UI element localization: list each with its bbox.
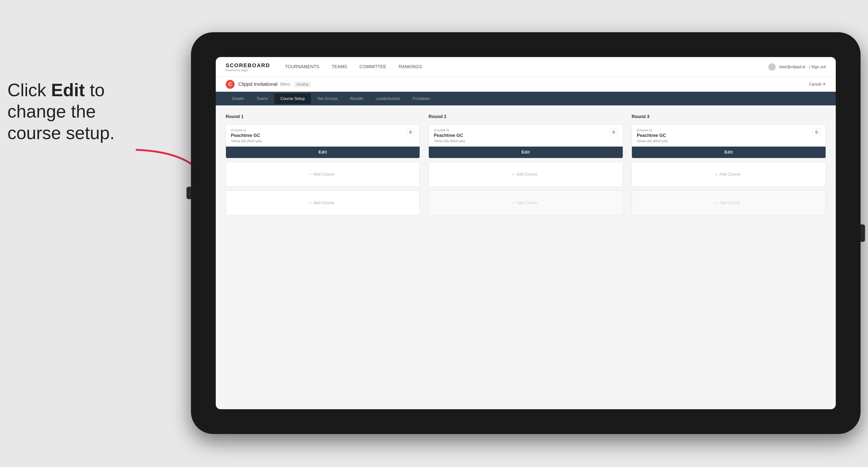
tournament-gender: (Men) xyxy=(280,82,290,87)
round-3-title: Round 3 xyxy=(632,114,826,119)
nav-links: TOURNAMENTS TEAMS COMMITTEE RANKINGS xyxy=(285,63,768,71)
sign-out-link[interactable]: | Sign out xyxy=(809,65,826,69)
trash-icon-2: 🗑 xyxy=(612,130,616,134)
round-3-delete-button[interactable]: 🗑 xyxy=(813,128,820,136)
course-card-header-3: (Course A) Peachtree GC Yellow (M) (6629… xyxy=(632,125,826,147)
trash-icon: 🗑 xyxy=(409,130,413,134)
plus-icon-3: + xyxy=(512,172,514,177)
round-3-add-course-1[interactable]: + Add Course xyxy=(632,162,826,187)
main-content: Round 1 (Course A) Peachtree GC Yellow (… xyxy=(216,105,836,409)
plus-icon-6: + xyxy=(715,200,717,205)
round-1-delete-button[interactable]: 🗑 xyxy=(407,128,415,136)
instruction-text: Click Edit tochange thecourse setup. xyxy=(7,80,115,144)
tab-teams[interactable]: Teams xyxy=(250,93,274,104)
tablet-screen: SCOREBOARD Powered by clippd TOURNAMENTS… xyxy=(216,57,836,409)
tournament-name: Clippd Invitational xyxy=(238,81,278,87)
nav-teams[interactable]: TEAMS xyxy=(332,63,347,71)
round-1-add-course-1[interactable]: + Add Course xyxy=(226,162,420,187)
round-2-delete-button[interactable]: 🗑 xyxy=(610,128,618,136)
course-details-2: Yellow (M) (6629 yds) xyxy=(434,139,465,143)
instruction-bold: Edit xyxy=(51,80,85,100)
course-info: (Course A) Peachtree GC Yellow (M) (6629… xyxy=(231,128,262,143)
course-label-2: (Course A) xyxy=(434,128,465,132)
round-1-course-card: (Course A) Peachtree GC Yellow (M) (6629… xyxy=(226,124,420,158)
tab-leaderboards[interactable]: Leaderboards xyxy=(370,93,406,104)
plus-icon-4: + xyxy=(512,200,514,205)
cancel-icon: ✕ xyxy=(823,82,826,87)
rounds-grid: Round 1 (Course A) Peachtree GC Yellow (… xyxy=(226,114,826,215)
cancel-button[interactable]: Cancel ✕ xyxy=(809,82,826,87)
course-label: (Course A) xyxy=(231,128,262,132)
round-3-course-card: (Course A) Peachtree GC Yellow (M) (6629… xyxy=(632,124,826,158)
tablet-shell: SCOREBOARD Powered by clippd TOURNAMENTS… xyxy=(191,32,861,434)
user-email: blair@clippd.io xyxy=(779,65,806,69)
tab-nav: Details Teams Course Setup Tee Groups Re… xyxy=(216,92,836,105)
tab-details[interactable]: Details xyxy=(226,93,250,104)
course-info-3: (Course A) Peachtree GC Yellow (M) (6629… xyxy=(637,128,668,143)
plus-icon-5: + xyxy=(715,172,717,177)
tab-course-setup[interactable]: Course Setup xyxy=(274,93,311,104)
nav-tournaments[interactable]: TOURNAMENTS xyxy=(285,63,319,71)
tablet-volume-button xyxy=(186,187,191,199)
nav-rankings[interactable]: RANKINGS xyxy=(399,63,422,71)
round-1-edit-button[interactable]: Edit xyxy=(226,147,420,158)
logo-title: SCOREBOARD xyxy=(226,62,270,69)
course-card-header: (Course A) Peachtree GC Yellow (M) (6629… xyxy=(226,125,420,147)
round-3-edit-button[interactable]: Edit xyxy=(632,147,826,158)
tab-tee-groups[interactable]: Tee Groups xyxy=(311,93,344,104)
course-info-2: (Course A) Peachtree GC Yellow (M) (6629… xyxy=(434,128,465,143)
plus-icon-2: + xyxy=(309,200,311,205)
logo-area: SCOREBOARD Powered by clippd xyxy=(226,62,270,72)
plus-icon: + xyxy=(309,172,311,177)
course-label-3: (Course A) xyxy=(637,128,668,132)
tablet-power-button xyxy=(861,224,865,242)
round-3-column: Round 3 (Course A) Peachtree GC Yellow (… xyxy=(632,114,826,215)
course-details: Yellow (M) (6629 yds) xyxy=(231,139,262,143)
round-2-column: Round 2 (Course A) Peachtree GC Yellow (… xyxy=(429,114,623,215)
round-1-column: Round 1 (Course A) Peachtree GC Yellow (… xyxy=(226,114,420,215)
nav-committee[interactable]: COMMITTEE xyxy=(360,63,386,71)
round-2-add-course-1[interactable]: + Add Course xyxy=(429,162,623,187)
trash-icon-3: 🗑 xyxy=(815,130,819,134)
hosting-badge: Hosting xyxy=(294,82,311,87)
round-2-edit-button[interactable]: Edit xyxy=(429,147,622,158)
tab-results[interactable]: Results xyxy=(344,93,370,104)
course-details-3: Yellow (M) (6629 yds) xyxy=(637,139,668,143)
course-name-2: Peachtree GC xyxy=(434,133,465,138)
course-name-3: Peachtree GC xyxy=(637,133,668,138)
c-logo: C xyxy=(226,80,235,89)
round-2-title: Round 2 xyxy=(429,114,623,119)
round-1-title: Round 1 xyxy=(226,114,420,119)
tab-printables[interactable]: Printables xyxy=(406,93,436,104)
sub-header: C Clippd Invitational (Men) Hosting Canc… xyxy=(216,77,836,92)
round-3-add-course-2: + Add Course xyxy=(632,190,826,215)
round-2-course-card: (Course A) Peachtree GC Yellow (M) (6629… xyxy=(429,124,623,158)
round-2-add-course-2: + Add Course xyxy=(429,190,623,215)
nav-right: blair@clippd.io | Sign out xyxy=(768,63,826,71)
course-card-header-2: (Course A) Peachtree GC Yellow (M) (6629… xyxy=(429,125,622,147)
round-1-add-course-2[interactable]: + Add Course xyxy=(226,190,420,215)
course-name: Peachtree GC xyxy=(231,133,262,138)
user-avatar xyxy=(768,63,776,71)
logo-subtitle: Powered by clippd xyxy=(226,69,270,72)
top-nav: SCOREBOARD Powered by clippd TOURNAMENTS… xyxy=(216,57,836,77)
